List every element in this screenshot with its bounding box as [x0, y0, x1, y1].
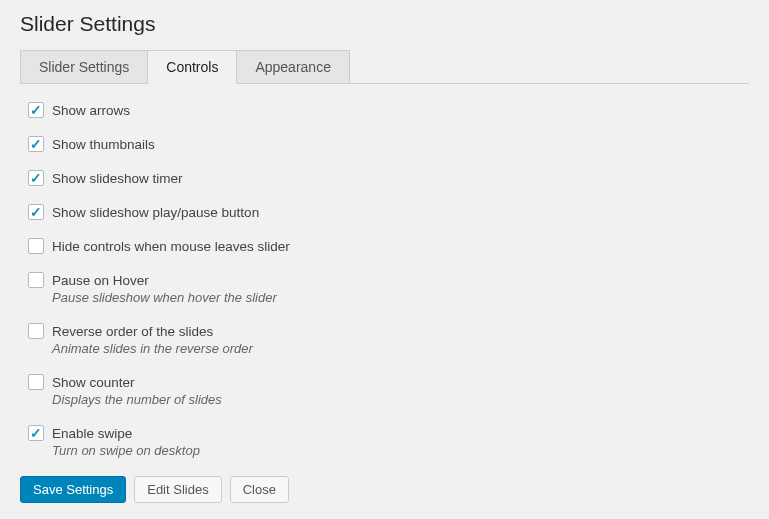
checkbox-hide-controls-on-leave[interactable]: Hide controls when mouse leaves slider [28, 238, 749, 254]
checkbox-icon[interactable] [28, 136, 44, 152]
field-pause-on-hover: Pause on HoverPause slideshow when hover… [28, 272, 749, 305]
checkbox-icon[interactable] [28, 238, 44, 254]
save-settings-button[interactable]: Save Settings [20, 476, 126, 503]
checkbox-show-play-pause[interactable]: Show slideshow play/pause button [28, 204, 749, 220]
checkbox-icon[interactable] [28, 323, 44, 339]
checkbox-icon[interactable] [28, 374, 44, 390]
checkbox-label: Show slideshow timer [52, 171, 183, 186]
field-description: Pause slideshow when hover the slider [52, 290, 749, 305]
checkbox-show-arrows[interactable]: Show arrows [28, 102, 749, 118]
tab-appearance[interactable]: Appearance [237, 50, 350, 84]
checkbox-label: Reverse order of the slides [52, 324, 213, 339]
checkbox-icon[interactable] [28, 102, 44, 118]
checkbox-show-counter[interactable]: Show counter [28, 374, 749, 390]
checkbox-icon[interactable] [28, 204, 44, 220]
field-show-play-pause: Show slideshow play/pause button [28, 204, 749, 220]
checkbox-label: Pause on Hover [52, 273, 149, 288]
checkbox-pause-on-hover[interactable]: Pause on Hover [28, 272, 749, 288]
checkbox-reverse-order[interactable]: Reverse order of the slides [28, 323, 749, 339]
checkbox-icon[interactable] [28, 170, 44, 186]
edit-slides-button[interactable]: Edit Slides [134, 476, 221, 503]
tab-slider-settings[interactable]: Slider Settings [20, 50, 148, 84]
field-show-thumbnails: Show thumbnails [28, 136, 749, 152]
field-hide-controls-on-leave: Hide controls when mouse leaves slider [28, 238, 749, 254]
close-button[interactable]: Close [230, 476, 289, 503]
checkbox-label: Show arrows [52, 103, 130, 118]
checkbox-show-thumbnails[interactable]: Show thumbnails [28, 136, 749, 152]
field-description: Animate slides in the reverse order [52, 341, 749, 356]
field-description: Displays the number of slides [52, 392, 749, 407]
checkbox-icon[interactable] [28, 272, 44, 288]
checkbox-icon[interactable] [28, 425, 44, 441]
page-title: Slider Settings [20, 12, 749, 36]
field-show-arrows: Show arrows [28, 102, 749, 118]
field-show-slideshow-timer: Show slideshow timer [28, 170, 749, 186]
field-description: Turn on swipe on desktop [52, 443, 749, 458]
checkbox-label: Show thumbnails [52, 137, 155, 152]
action-row: Save Settings Edit Slides Close [20, 476, 749, 503]
field-show-counter: Show counterDisplays the number of slide… [28, 374, 749, 407]
tabs: Slider SettingsControlsAppearance [20, 50, 749, 84]
tab-controls[interactable]: Controls [148, 50, 237, 84]
checkbox-show-slideshow-timer[interactable]: Show slideshow timer [28, 170, 749, 186]
checkbox-label: Hide controls when mouse leaves slider [52, 239, 290, 254]
checkbox-label: Enable swipe [52, 426, 132, 441]
checkbox-enable-swipe[interactable]: Enable swipe [28, 425, 749, 441]
field-reverse-order: Reverse order of the slidesAnimate slide… [28, 323, 749, 356]
field-enable-swipe: Enable swipeTurn on swipe on desktop [28, 425, 749, 458]
checkbox-label: Show slideshow play/pause button [52, 205, 259, 220]
checkbox-label: Show counter [52, 375, 135, 390]
